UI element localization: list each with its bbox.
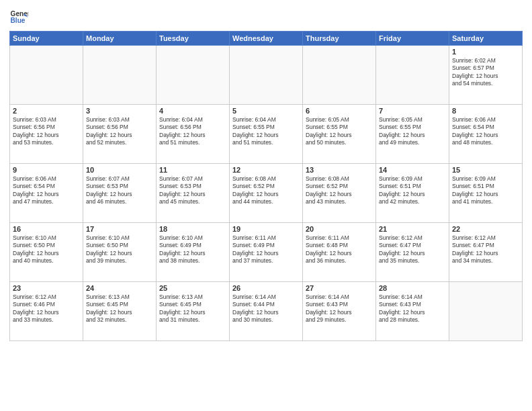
day-number: 22 xyxy=(452,225,519,233)
col-header-monday: Monday xyxy=(83,32,157,46)
day-cell: 11Sunrise: 6:07 AM Sunset: 6:53 PM Dayli… xyxy=(157,164,230,223)
day-number: 26 xyxy=(232,284,300,292)
week-row-3: 9Sunrise: 6:06 AM Sunset: 6:54 PM Daylig… xyxy=(10,164,523,223)
day-info: Sunrise: 6:07 AM Sunset: 6:53 PM Dayligh… xyxy=(86,175,153,206)
week-row-5: 23Sunrise: 6:12 AM Sunset: 6:46 PM Dayli… xyxy=(10,282,523,341)
day-info: Sunrise: 6:10 AM Sunset: 6:50 PM Dayligh… xyxy=(13,234,80,265)
day-info: Sunrise: 6:03 AM Sunset: 6:56 PM Dayligh… xyxy=(13,116,80,147)
day-number: 13 xyxy=(306,166,373,174)
day-number: 5 xyxy=(232,107,300,115)
day-info: Sunrise: 6:03 AM Sunset: 6:56 PM Dayligh… xyxy=(86,116,153,147)
day-cell: 16Sunrise: 6:10 AM Sunset: 6:50 PM Dayli… xyxy=(10,223,83,282)
day-cell xyxy=(303,46,376,105)
day-cell: 26Sunrise: 6:14 AM Sunset: 6:44 PM Dayli… xyxy=(230,282,303,341)
day-number: 20 xyxy=(306,225,373,233)
day-info: Sunrise: 6:05 AM Sunset: 6:55 PM Dayligh… xyxy=(379,116,446,147)
day-info: Sunrise: 6:10 AM Sunset: 6:50 PM Dayligh… xyxy=(86,234,153,265)
day-info: Sunrise: 6:07 AM Sunset: 6:53 PM Dayligh… xyxy=(159,175,226,206)
day-info: Sunrise: 6:04 AM Sunset: 6:55 PM Dayligh… xyxy=(232,116,300,147)
day-number: 8 xyxy=(452,107,519,115)
calendar-table: SundayMondayTuesdayWednesdayThursdayFrid… xyxy=(9,31,523,341)
day-info: Sunrise: 6:08 AM Sunset: 6:52 PM Dayligh… xyxy=(232,175,300,206)
day-number: 19 xyxy=(232,225,300,233)
day-number: 7 xyxy=(379,107,446,115)
day-number: 17 xyxy=(86,225,153,233)
day-info: Sunrise: 6:02 AM Sunset: 6:57 PM Dayligh… xyxy=(452,57,519,88)
day-cell: 12Sunrise: 6:08 AM Sunset: 6:52 PM Dayli… xyxy=(230,164,303,223)
day-cell: 1Sunrise: 6:02 AM Sunset: 6:57 PM Daylig… xyxy=(449,46,523,105)
day-number: 21 xyxy=(379,225,446,233)
day-info: Sunrise: 6:10 AM Sunset: 6:49 PM Dayligh… xyxy=(159,234,226,265)
col-header-sunday: Sunday xyxy=(10,32,83,46)
day-info: Sunrise: 6:11 AM Sunset: 6:48 PM Dayligh… xyxy=(306,234,373,265)
page: General Blue SundayMondayTuesdayWednesda… xyxy=(0,0,532,411)
day-number: 12 xyxy=(232,166,300,174)
day-info: Sunrise: 6:14 AM Sunset: 6:43 PM Dayligh… xyxy=(306,293,373,324)
day-cell: 3Sunrise: 6:03 AM Sunset: 6:56 PM Daylig… xyxy=(83,105,157,164)
day-number: 15 xyxy=(452,166,519,174)
header: General Blue xyxy=(9,8,523,27)
col-header-friday: Friday xyxy=(376,32,449,46)
day-info: Sunrise: 6:06 AM Sunset: 6:54 PM Dayligh… xyxy=(13,175,80,206)
day-cell xyxy=(10,46,83,105)
day-cell: 2Sunrise: 6:03 AM Sunset: 6:56 PM Daylig… xyxy=(10,105,83,164)
day-cell: 15Sunrise: 6:09 AM Sunset: 6:51 PM Dayli… xyxy=(449,164,523,223)
day-cell: 23Sunrise: 6:12 AM Sunset: 6:46 PM Dayli… xyxy=(10,282,83,341)
day-cell xyxy=(157,46,230,105)
day-number: 23 xyxy=(13,284,80,292)
svg-text:Blue: Blue xyxy=(11,17,26,24)
day-number: 4 xyxy=(159,107,226,115)
day-number: 27 xyxy=(306,284,373,292)
day-info: Sunrise: 6:08 AM Sunset: 6:52 PM Dayligh… xyxy=(306,175,373,206)
col-header-tuesday: Tuesday xyxy=(157,32,230,46)
day-cell: 6Sunrise: 6:05 AM Sunset: 6:55 PM Daylig… xyxy=(303,105,376,164)
week-row-4: 16Sunrise: 6:10 AM Sunset: 6:50 PM Dayli… xyxy=(10,223,523,282)
day-cell: 8Sunrise: 6:06 AM Sunset: 6:54 PM Daylig… xyxy=(449,105,523,164)
day-cell: 24Sunrise: 6:13 AM Sunset: 6:45 PM Dayli… xyxy=(83,282,157,341)
day-cell: 17Sunrise: 6:10 AM Sunset: 6:50 PM Dayli… xyxy=(83,223,157,282)
day-info: Sunrise: 6:12 AM Sunset: 6:47 PM Dayligh… xyxy=(452,234,519,265)
day-info: Sunrise: 6:09 AM Sunset: 6:51 PM Dayligh… xyxy=(452,175,519,206)
day-cell: 28Sunrise: 6:14 AM Sunset: 6:43 PM Dayli… xyxy=(376,282,449,341)
header-row: SundayMondayTuesdayWednesdayThursdayFrid… xyxy=(10,32,523,46)
day-info: Sunrise: 6:14 AM Sunset: 6:44 PM Dayligh… xyxy=(232,293,300,324)
day-cell xyxy=(449,282,523,341)
day-number: 11 xyxy=(159,166,226,174)
day-info: Sunrise: 6:09 AM Sunset: 6:51 PM Dayligh… xyxy=(379,175,446,206)
col-header-saturday: Saturday xyxy=(449,32,523,46)
day-info: Sunrise: 6:12 AM Sunset: 6:46 PM Dayligh… xyxy=(13,293,80,324)
week-row-2: 2Sunrise: 6:03 AM Sunset: 6:56 PM Daylig… xyxy=(10,105,523,164)
day-info: Sunrise: 6:06 AM Sunset: 6:54 PM Dayligh… xyxy=(452,116,519,147)
day-cell: 19Sunrise: 6:11 AM Sunset: 6:49 PM Dayli… xyxy=(230,223,303,282)
day-info: Sunrise: 6:05 AM Sunset: 6:55 PM Dayligh… xyxy=(306,116,373,147)
day-number: 3 xyxy=(86,107,153,115)
day-cell: 27Sunrise: 6:14 AM Sunset: 6:43 PM Dayli… xyxy=(303,282,376,341)
day-info: Sunrise: 6:11 AM Sunset: 6:49 PM Dayligh… xyxy=(232,234,300,265)
col-header-wednesday: Wednesday xyxy=(230,32,303,46)
day-number: 16 xyxy=(13,225,80,233)
logo-icon: General Blue xyxy=(9,8,28,27)
day-cell: 22Sunrise: 6:12 AM Sunset: 6:47 PM Dayli… xyxy=(449,223,523,282)
day-cell: 20Sunrise: 6:11 AM Sunset: 6:48 PM Dayli… xyxy=(303,223,376,282)
day-info: Sunrise: 6:12 AM Sunset: 6:47 PM Dayligh… xyxy=(379,234,446,265)
day-cell xyxy=(230,46,303,105)
day-number: 10 xyxy=(86,166,153,174)
day-cell: 4Sunrise: 6:04 AM Sunset: 6:56 PM Daylig… xyxy=(157,105,230,164)
day-number: 24 xyxy=(86,284,153,292)
day-cell xyxy=(83,46,157,105)
week-row-1: 1Sunrise: 6:02 AM Sunset: 6:57 PM Daylig… xyxy=(10,46,523,105)
day-cell: 14Sunrise: 6:09 AM Sunset: 6:51 PM Dayli… xyxy=(376,164,449,223)
day-cell: 25Sunrise: 6:13 AM Sunset: 6:45 PM Dayli… xyxy=(157,282,230,341)
col-header-thursday: Thursday xyxy=(303,32,376,46)
day-cell: 5Sunrise: 6:04 AM Sunset: 6:55 PM Daylig… xyxy=(230,105,303,164)
day-cell xyxy=(376,46,449,105)
logo: General Blue xyxy=(9,8,28,27)
day-number: 9 xyxy=(13,166,80,174)
day-cell: 13Sunrise: 6:08 AM Sunset: 6:52 PM Dayli… xyxy=(303,164,376,223)
day-number: 28 xyxy=(379,284,446,292)
day-cell: 9Sunrise: 6:06 AM Sunset: 6:54 PM Daylig… xyxy=(10,164,83,223)
day-info: Sunrise: 6:14 AM Sunset: 6:43 PM Dayligh… xyxy=(379,293,446,324)
day-number: 1 xyxy=(452,48,519,56)
day-cell: 7Sunrise: 6:05 AM Sunset: 6:55 PM Daylig… xyxy=(376,105,449,164)
day-number: 6 xyxy=(306,107,373,115)
